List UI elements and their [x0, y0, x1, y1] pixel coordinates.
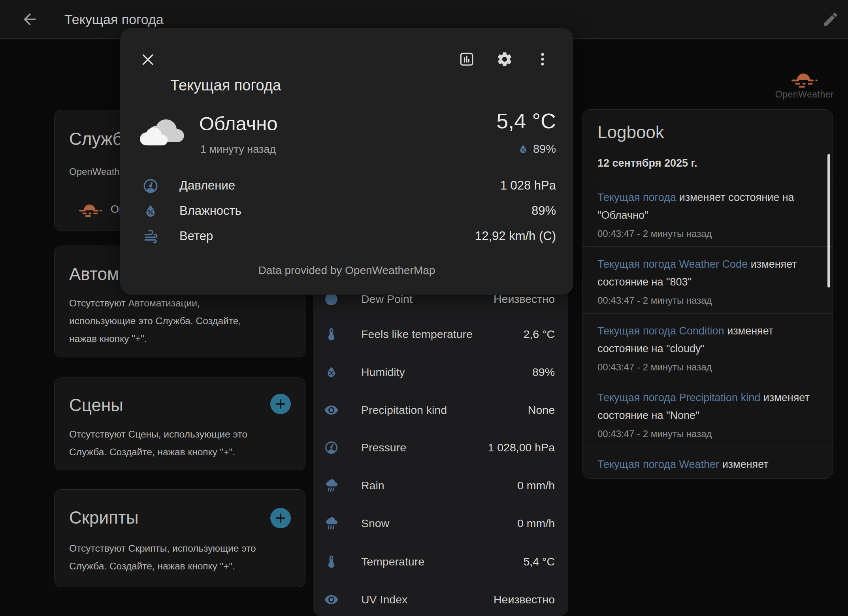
eye-icon [324, 592, 339, 607]
attribute-label: Snow [361, 511, 389, 535]
scenes-card-title: Сцены [69, 395, 123, 415]
attribute-row: Precipitation kind None [313, 398, 568, 422]
openweather-brand-label: OpenWeather [773, 89, 836, 100]
attribute-label: Ветер [179, 223, 213, 249]
entity-link[interactable]: Текущая погода Weather Code [597, 258, 748, 270]
water-percent-icon [142, 203, 159, 220]
logbook-entries: Текущая погода изменяет состояние на "Об… [582, 180, 833, 479]
attribute-value: 1 028 hPa [500, 173, 556, 198]
attribute-value: None [528, 398, 555, 422]
attribute-value: 1 028,00 hPa [488, 436, 555, 459]
dialog-title: Текущая погода [170, 77, 281, 94]
history-chart-icon[interactable] [458, 51, 475, 68]
attribute-value: 12,92 km/h (С) [475, 223, 556, 249]
scenes-card-body: Отсутствуют Сцены, использующие это Служ… [69, 425, 275, 461]
weather-attribute-row: Влажность 89% [142, 198, 556, 223]
weather-attribute-row: Ветер 12,92 km/h (С) [142, 223, 556, 249]
close-icon[interactable] [140, 52, 156, 68]
plus-icon [274, 512, 287, 524]
automations-card-body: Отсутствуют Автоматизации, использующие … [69, 294, 267, 347]
logbook-scrollbar[interactable] [827, 154, 830, 287]
openweather-logo-icon [791, 69, 818, 88]
attribute-value: 0 mm/h [517, 511, 555, 535]
entity-link[interactable]: Текущая погода Weather [597, 458, 719, 470]
humidity-badge: 89% [517, 143, 556, 156]
attribute-row: Temperature 5,4 °C [313, 550, 568, 573]
eye-icon [324, 403, 339, 417]
last-updated: 1 минуту назад [200, 143, 276, 156]
current-temperature: 5,4 °C [496, 109, 556, 133]
attribute-label: Precipitation kind [361, 398, 447, 422]
entry-text: изменяет [722, 458, 769, 470]
entity-link[interactable]: Текущая погода Condition [597, 325, 724, 337]
entry-timestamp: 00:43:47 - 2 минуты назад [597, 228, 810, 239]
logbook-entry: Текущая погода Condition изменяет состоя… [582, 313, 833, 380]
thermometer-icon [324, 554, 339, 569]
logbook-date-header: 12 сентября 2025 г. [597, 157, 833, 169]
logbook-entry: Текущая погода Weather изменяет [582, 447, 833, 479]
openweather-logo-icon [79, 200, 102, 218]
attribute-row: Snow 0 mm/h [313, 511, 568, 535]
logbook-entry: Текущая погода изменяет состояние на "Об… [582, 180, 833, 246]
weather-condition: Облачно [199, 113, 278, 135]
add-scene-button[interactable] [270, 394, 291, 414]
rain-cloud-icon [324, 478, 339, 493]
scripts-card-title: Скрипты [69, 508, 139, 528]
back-arrow-icon[interactable] [21, 10, 39, 28]
entry-timestamp: 00:43:47 - 2 минуты назад [597, 362, 810, 373]
attribute-label: UV Index [361, 588, 407, 611]
attribute-row: UV Index Неизвестно [313, 588, 568, 611]
weather-attribute-row: Давление 1 028 hPa [142, 173, 556, 198]
logbook-card: Logbook 12 сентября 2025 г. Текущая пого… [582, 109, 833, 479]
attribute-row: Feels like temperature 2,6 °C [313, 322, 568, 346]
attribute-label: Humidity [361, 360, 405, 384]
humidity-droplet-icon [517, 143, 529, 155]
weather-cloudy-icon [138, 110, 187, 148]
attribute-value: 0 mm/h [517, 473, 555, 497]
screen: Текущая погода OpenWeather Служба OpenWe… [0, 0, 848, 616]
attribute-row: Pressure 1 028,00 hPa [313, 436, 568, 459]
attribute-value: 89% [532, 360, 555, 384]
attribute-label: Давление [179, 173, 235, 198]
logbook-entry: Текущая погода Precipitation kind изменя… [582, 380, 833, 447]
attribute-label: Temperature [361, 550, 424, 573]
attribute-label: Pressure [361, 436, 406, 459]
add-script-button[interactable] [270, 508, 291, 528]
humidity-value: 89% [533, 143, 556, 156]
logbook-title: Logbook [597, 122, 833, 142]
water-percent-icon [324, 365, 339, 379]
attribution-text: Data provided by OpenWeatherMap [120, 264, 573, 277]
scripts-card-body: Отсутствуют Скрипты, использующие это Сл… [69, 539, 275, 575]
attribute-value: Неизвестно [494, 588, 555, 611]
attribute-value: 89% [531, 198, 556, 223]
attribute-row: Humidity 89% [313, 360, 568, 384]
attribute-label: Влажность [179, 198, 241, 223]
openweather-brand: OpenWeather [773, 69, 836, 100]
entity-link[interactable]: Текущая погода [597, 192, 676, 203]
gauge-icon [324, 440, 339, 455]
entity-link[interactable]: Текущая погода Precipitation kind [597, 392, 760, 404]
attribute-value: 2,6 °C [523, 322, 555, 346]
plus-icon [274, 398, 287, 410]
entry-timestamp: 00:43:47 - 2 минуты назад [597, 428, 810, 439]
pressure-gauge-icon [142, 178, 159, 194]
wind-icon [142, 228, 159, 245]
more-menu-icon[interactable] [534, 51, 551, 68]
attribute-label: Rain [361, 473, 384, 497]
scenes-card: Сцены Отсутствуют Сцены, использующие эт… [54, 377, 305, 470]
entry-timestamp: 00:43:47 - 2 минуты назад [597, 295, 810, 306]
scripts-card: Скрипты Отсутствуют Скрипты, использующи… [54, 489, 305, 587]
logbook-entry: Текущая погода Weather Code изменяет сос… [582, 246, 833, 313]
weather-entity-dialog: Текущая погода Облачно 1 минуту назад 5,… [120, 28, 573, 295]
edit-pencil-icon[interactable] [822, 11, 839, 28]
service-card-subtitle: OpenWeather [69, 166, 128, 177]
snow-cloud-icon [324, 516, 339, 531]
attribute-row: Rain 0 mm/h [313, 473, 568, 497]
attribute-value: 5,4 °C [523, 550, 555, 573]
thermometer-icon [324, 327, 339, 342]
settings-gear-icon[interactable] [496, 51, 513, 68]
attribute-label: Feels like temperature [361, 322, 473, 346]
